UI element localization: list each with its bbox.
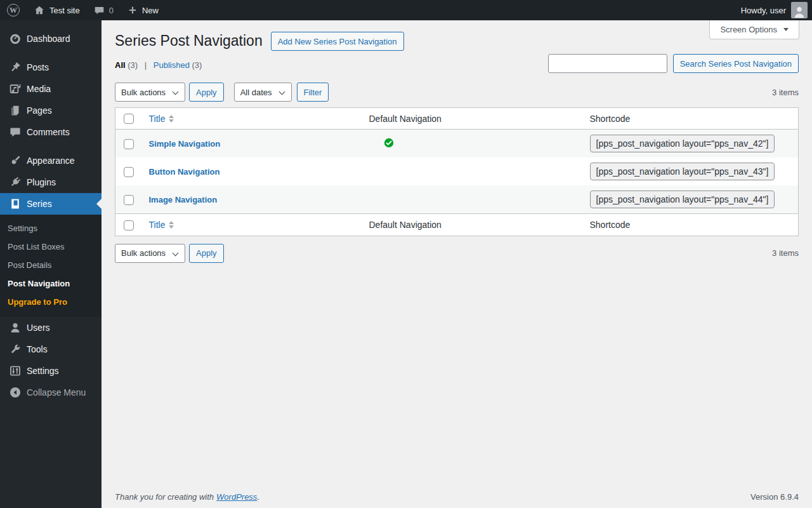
- user-icon: [9, 321, 22, 334]
- sort-indicator-icon: [169, 221, 174, 229]
- sidebar-item-posts[interactable]: Posts: [0, 57, 102, 78]
- bulk-actions-select-bottom[interactable]: Bulk actions: [115, 244, 185, 263]
- submenu-item-settings[interactable]: Settings: [0, 219, 102, 237]
- comments-admin-link[interactable]: 0: [87, 0, 121, 20]
- view-all-count: (3): [128, 60, 138, 70]
- sidebar-item-users[interactable]: Users: [0, 317, 102, 338]
- media-icon: [9, 83, 22, 95]
- sidebar-item-label: Settings: [27, 366, 59, 376]
- sidebar-item-label: Plugins: [27, 177, 56, 187]
- column-footer-default-navigation: Default Navigation: [363, 214, 584, 236]
- default-check-icon: [384, 138, 394, 148]
- shortcode-value: [pps_post_navigation layout="pps_nav_42"…: [590, 135, 775, 152]
- sort-by-title-link[interactable]: Title: [149, 220, 174, 230]
- screen-options-button[interactable]: Screen Options: [709, 20, 799, 39]
- pushpin-icon: [9, 61, 22, 74]
- sidebar-item-label: Media: [27, 84, 51, 94]
- sort-indicator-icon: [169, 115, 174, 123]
- table-row: Button Navigation [pps_post_navigation l…: [115, 157, 799, 185]
- sidebar-item-label: Tools: [27, 344, 48, 354]
- search-input[interactable]: [548, 54, 667, 73]
- view-published-link[interactable]: Published: [154, 60, 190, 70]
- filter-button[interactable]: Filter: [297, 83, 329, 102]
- series-submenu: Settings Post List Boxes Post Details Po…: [0, 215, 102, 317]
- shortcode-value: [pps_post_navigation layout="pps_nav_44"…: [590, 190, 775, 208]
- plug-icon: [9, 176, 22, 189]
- admin-bar: W Test site 0 New Howdy, user: [0, 0, 812, 20]
- wrench-icon: [9, 343, 22, 356]
- table-row: Simple Navigation [pps_post_navigation l…: [115, 130, 799, 158]
- row-checkbox[interactable]: [124, 195, 134, 205]
- sidebar-item-plugins[interactable]: Plugins: [0, 171, 102, 193]
- shortcode-value: [pps_post_navigation layout="pps_nav_43"…: [590, 163, 775, 180]
- dashboard-icon: [9, 32, 22, 45]
- collapse-menu-button[interactable]: Collapse Menu: [0, 382, 102, 403]
- sidebar-item-label: Series: [27, 199, 52, 209]
- view-published-count: (3): [192, 60, 202, 70]
- date-filter-select[interactable]: All dates: [234, 83, 292, 102]
- wordpress-logo-menu[interactable]: W: [0, 0, 27, 20]
- sidebar-item-tools[interactable]: Tools: [0, 338, 102, 360]
- sidebar-item-pages[interactable]: Pages: [0, 100, 102, 121]
- sidebar-item-label: Pages: [27, 105, 52, 116]
- sort-by-title-link[interactable]: Title: [149, 114, 174, 124]
- comment-bubble-icon: [94, 5, 105, 16]
- table-row: Image Navigation [pps_post_navigation la…: [115, 185, 799, 214]
- apply-button-bottom[interactable]: Apply: [189, 244, 224, 263]
- column-header-default-navigation: Default Navigation: [363, 108, 584, 130]
- series-list-table: Title Default Navigation Shortcode Simpl…: [115, 107, 799, 236]
- home-icon: [34, 4, 45, 16]
- site-name-label: Test site: [49, 6, 80, 15]
- footer-thanks: Thank you for creating withWordPress.: [115, 492, 259, 502]
- plus-icon: [128, 5, 138, 15]
- submenu-item-post-list-boxes[interactable]: Post List Boxes: [0, 237, 102, 256]
- submenu-item-post-details[interactable]: Post Details: [0, 256, 102, 274]
- sidebar-item-label: Collapse Menu: [27, 387, 86, 398]
- new-label: New: [142, 6, 159, 15]
- book-icon: [9, 197, 22, 210]
- footer-version: Version 6.9.4: [750, 492, 799, 502]
- chevron-down-icon: [783, 28, 789, 34]
- search-submit-button[interactable]: Search Series Post Navigation: [673, 54, 799, 73]
- wordpress-logo-icon: W: [7, 4, 20, 17]
- submenu-item-upgrade-to-pro[interactable]: Upgrade to Pro: [0, 293, 102, 311]
- sidebar-item-dashboard[interactable]: Dashboard: [0, 28, 102, 50]
- apply-button[interactable]: Apply: [189, 83, 224, 102]
- settings-sliders-icon: [9, 364, 22, 377]
- bulk-actions-select[interactable]: Bulk actions: [115, 83, 185, 102]
- sidebar-item-appearance[interactable]: Appearance: [0, 150, 102, 171]
- comments-icon: [9, 126, 22, 138]
- collapse-arrow-icon: [9, 386, 22, 399]
- avatar: [791, 2, 808, 18]
- view-separator: |: [145, 60, 147, 70]
- wordpress-link[interactable]: WordPress: [216, 492, 257, 502]
- view-filters: All (3) | Published (3): [115, 54, 202, 70]
- row-title-link[interactable]: Image Navigation: [149, 195, 218, 204]
- select-all-checkbox[interactable]: [124, 220, 134, 231]
- screen-options-label: Screen Options: [720, 25, 777, 34]
- row-title-link[interactable]: Simple Navigation: [149, 139, 221, 149]
- howdy-label: Howdy, user: [741, 6, 786, 15]
- page-title: Series Post Navigation: [115, 32, 263, 51]
- add-new-button[interactable]: Add New Series Post Navigation: [271, 32, 404, 51]
- comment-count: 0: [109, 6, 114, 15]
- sidebar-item-media[interactable]: Media: [0, 78, 102, 100]
- sidebar-item-label: Comments: [27, 127, 70, 137]
- sidebar-item-settings[interactable]: Settings: [0, 360, 102, 382]
- select-all-checkbox[interactable]: [124, 114, 134, 124]
- items-count: 3 items: [772, 88, 799, 97]
- sidebar-item-label: Posts: [27, 62, 49, 72]
- column-header-shortcode: Shortcode: [584, 108, 799, 130]
- account-menu[interactable]: Howdy, user: [741, 0, 812, 20]
- row-checkbox[interactable]: [124, 167, 134, 177]
- row-title-link[interactable]: Button Navigation: [149, 167, 220, 177]
- footer: Thank you for creating withWordPress. Ve…: [115, 492, 799, 502]
- sidebar-item-label: Dashboard: [27, 34, 70, 44]
- sidebar-item-series[interactable]: Series: [0, 193, 102, 215]
- row-checkbox[interactable]: [124, 139, 134, 149]
- submenu-item-post-navigation[interactable]: Post Navigation: [0, 274, 102, 293]
- sidebar-item-comments[interactable]: Comments: [0, 121, 102, 143]
- view-all-link[interactable]: All: [115, 60, 126, 70]
- site-name-link[interactable]: Test site: [27, 0, 87, 20]
- new-content-menu[interactable]: New: [121, 0, 166, 20]
